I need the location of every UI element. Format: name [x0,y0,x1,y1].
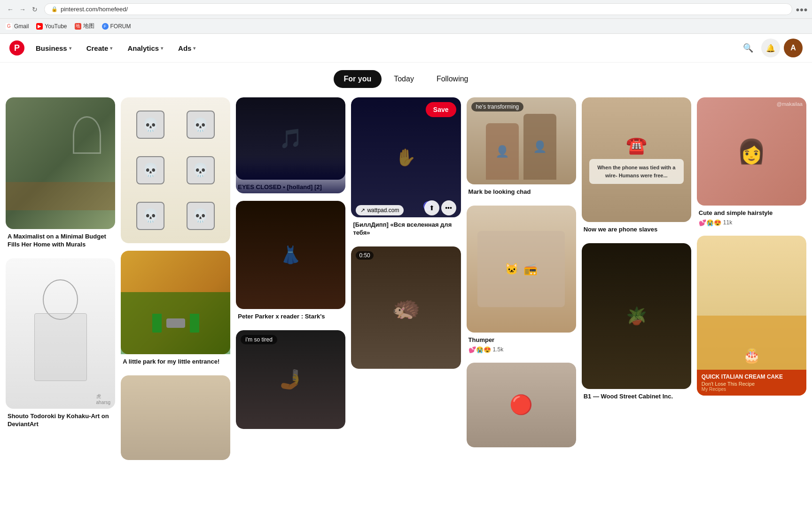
address-bar[interactable]: 🔒 pinterest.com/homefeed/ [44,3,792,15]
pin-title-park: A little park for my little entrance! [123,358,228,366]
wattpad-source-tag[interactable]: ↗ wattpad.com [356,205,404,215]
pin-info-plant-room: A Maximalist on a Minimal Budget Fills H… [6,229,115,251]
reaction-emoji-woman: 💕😭😍 [699,219,721,226]
forward-button[interactable]: → [18,5,27,14]
tab-for-you[interactable]: For you [334,70,382,88]
pin-card-selfie-tired[interactable]: 🤳 i'm so tired [236,330,345,429]
more-button-wattpad[interactable]: ••• [441,200,456,215]
back-button[interactable]: ← [6,5,15,14]
extensions-button[interactable]: ●●● [797,5,806,14]
link-icon: ↗ [360,207,365,214]
business-chevron-icon: ▾ [69,46,71,51]
pin-card-among-us[interactable]: 🔴 [467,363,576,447]
analytics-chevron-icon: ▾ [161,46,163,51]
bookmarks-bar: G Gmail ▶ YouTube 地 地图 F FORUM [0,19,812,34]
transforming-tag: he's transforming [471,102,524,111]
pin-card-anime[interactable]: 虎aharsg Shouto Todoroki by Kohaku-Art on… [6,258,115,430]
video-duration-hedgehog: 0:50 [356,251,373,260]
pin-title-phone: Now we are phone slaves [584,226,689,234]
tab-following-label: Following [437,75,468,83]
share-button-wattpad[interactable]: ⬆ [424,200,439,215]
pin-title-belle-gown: Peter Parker x reader : Stark's [238,313,344,321]
tired-tag: i'm so tired [241,335,277,344]
bookmark-gmail[interactable]: G Gmail [6,23,29,30]
pin-card-hedgehog[interactable]: 🦔 0:50 [351,246,461,369]
avatar-button[interactable]: A [784,39,803,57]
pin-card-stereo-room[interactable]: 🐱 📻 Thumper 💕😭😍 1.5k [467,206,576,355]
nav-business[interactable]: Business ▾ [30,40,77,56]
pin-title-mark: Mark be looking chad [468,188,574,196]
nav-analytics[interactable]: Analytics ▾ [122,40,169,56]
url-text: pinterest.com/homefeed/ [61,6,128,13]
forum-label: FORUM [110,23,131,30]
search-icon: 🔍 [743,43,753,53]
nav-create-label: Create [86,44,109,52]
pin-info-stereo: Thumper 💕😭😍 1.5k [467,333,576,355]
pin-title-anime: Shouto Todoroki by Kohaku-Art on Deviant… [8,413,113,429]
pin-card-plant-room[interactable]: A Maximalist on a Minimal Budget Fills H… [6,97,115,251]
reaction-count-woman: 11k [723,219,732,226]
pin-card-mark[interactable]: 👤 👤 he's transforming Mark be looking ch… [467,97,576,198]
tab-for-you-label: For you [344,75,372,83]
pin-info-mark: Mark be looking chad [467,184,576,198]
pin-feed: A Maximalist on a Minimal Budget Fills H… [0,94,812,471]
pin-card-belle-gown[interactable]: 👗 Peter Parker x reader : Stark's [236,201,345,323]
pin-info-phone: Now we are phone slaves [582,222,691,236]
pin-reactions-woman: 💕😭😍 11k [699,219,804,226]
reaction-count-stereo: 1.5k [493,346,504,353]
bell-icon: 🔔 [766,44,775,53]
pin-title-stereo: Thumper [468,336,574,344]
pin-title-bathroom: B1 — Wood Street Cabinet Inc. [584,393,689,401]
maps-icon: 地 [75,23,81,30]
pin-card-black-phone[interactable]: ☎️ When the phone was tied with a wire- … [582,97,691,236]
nav-create[interactable]: Create ▾ [81,40,118,56]
create-chevron-icon: ▾ [110,46,112,51]
youtube-label: YouTube [45,23,67,30]
nav-business-label: Business [36,44,67,52]
pin-info-belle-gown: Peter Parker x reader : Stark's [236,309,345,323]
nav-ads-label: Ads [178,44,191,52]
gmail-icon: G [6,23,12,30]
reload-button[interactable]: ↻ [30,5,39,14]
nav-analytics-label: Analytics [127,44,159,52]
tab-today[interactable]: Today [383,70,424,88]
youtube-icon: ▶ [36,23,43,30]
maps-label: 地图 [83,22,94,30]
notifications-button[interactable]: 🔔 [761,39,780,57]
pin-card-eyes-closed[interactable]: 🎵 EYES CLOSED • [holland] [2] [236,97,345,193]
reaction-emoji-stereo: 💕😭😍 [468,346,491,353]
ads-chevron-icon: ▾ [193,46,195,51]
pin-card-wattpad[interactable]: ✋ Save ↗ wattpad.com ⬆ ••• [БиллДипп] «В… [351,97,461,239]
pin-title-plant-room: A Maximalist on a Minimal Budget Fills H… [8,233,113,249]
pin-card-cake[interactable]: 🎂 QUICK ITALIAN CREAM CAKE Don't Lose Th… [697,236,806,396]
pinterest-logo[interactable]: P [9,40,24,56]
forum-icon: F [102,23,109,30]
pin-title-woman: Cute and simple hairstyle [699,209,804,217]
bookmark-maps[interactable]: 地 地图 [75,22,94,30]
lock-icon: 🔒 [51,6,58,12]
pin-info-woman: Cute and simple hairstyle 💕😭😍 11k [697,206,806,228]
bookmark-forum[interactable]: F FORUM [102,23,131,30]
nav-ads[interactable]: Ads ▾ [172,40,201,56]
wattpad-source-label: wattpad.com [367,207,399,214]
browser-bar: ← → ↻ 🔒 pinterest.com/homefeed/ ●●● [0,0,812,19]
pin-card-bathroom[interactable]: 🪴 B1 — Wood Street Cabinet Inc. [582,243,691,403]
search-button[interactable]: 🔍 [739,39,757,57]
phone-text-overlay: When the phone was tied with a wire- Hum… [589,159,684,184]
gmail-label: Gmail [14,23,29,30]
tab-following[interactable]: Following [426,70,479,88]
pinterest-nav: P Business ▾ Create ▾ Analytics ▾ Ads ▾ … [0,34,812,63]
pin-info-bathroom: B1 — Wood Street Cabinet Inc. [582,389,691,403]
feed-tabs: For you Today Following [0,63,812,94]
bookmark-youtube[interactable]: ▶ YouTube [36,23,67,30]
pin-card-room-interior2[interactable] [121,375,230,460]
pin-card-park-diorama[interactable]: A little park for my little entrance! [121,251,230,368]
pin-info-anime: Shouto Todoroki by Kohaku-Art on Deviant… [6,409,115,430]
tab-today-label: Today [394,75,414,83]
pin-card-skulls[interactable]: 💀 💀 💀 💀 💀 💀 [121,97,230,243]
pin-card-woman-earrings[interactable]: 👩 @makailaa Cute and simple hairstyle 💕😭… [697,97,806,228]
save-button-wattpad[interactable]: Save [426,102,456,117]
browser-controls: ← → ↻ [6,5,39,14]
pin-info-park: A little park for my little entrance! [121,354,230,368]
pin-reactions-stereo: 💕😭😍 1.5k [468,346,574,353]
